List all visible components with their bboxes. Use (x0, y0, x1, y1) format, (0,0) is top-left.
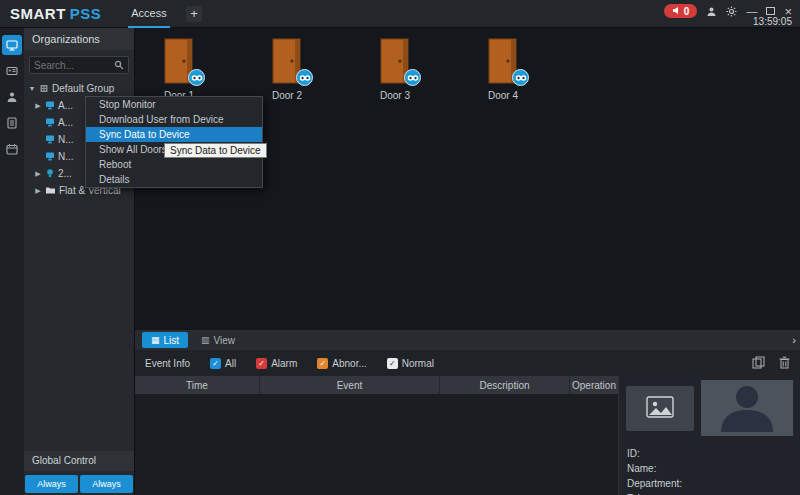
filter-all-label: All (225, 358, 236, 369)
checkbox-alarm[interactable]: ✓ (256, 358, 267, 369)
snapshot-placeholder (626, 386, 694, 431)
list-tab-label: List (164, 335, 180, 346)
event-table: Time Event Description Operation (135, 376, 618, 495)
menu-item-details[interactable]: Details (86, 172, 262, 187)
device-icon (45, 117, 55, 129)
door-tile[interactable]: Door 4 (468, 38, 538, 101)
tree-item-label: 2... (58, 168, 72, 179)
door-icon (269, 38, 305, 84)
menu-item-stop-monitor[interactable]: Stop Monitor (86, 97, 262, 112)
picture-icon (646, 396, 674, 422)
device-icon (45, 100, 55, 112)
person-icon[interactable] (2, 87, 22, 107)
new-tab-button[interactable]: + (186, 6, 202, 22)
global-control-buttons: Always Open Always Close (25, 475, 133, 493)
alarm-count: 0 (684, 6, 690, 17)
list-tab[interactable]: ▦ List (142, 332, 188, 348)
column-header-time: Time (135, 376, 260, 394)
door-tile[interactable]: Door 1 (144, 38, 214, 101)
event-table-body (135, 394, 618, 495)
search-box (29, 56, 129, 74)
tree-item-label: A... (58, 117, 73, 128)
menu-item-reboot[interactable]: Reboot (86, 157, 262, 172)
gear-icon[interactable] (726, 5, 737, 18)
tree-item-label: A... (58, 100, 73, 111)
door-status-badge-icon (296, 69, 313, 86)
folder-icon (45, 185, 56, 197)
door-label: Door 3 (360, 90, 430, 101)
brand-pss: PSS (70, 5, 102, 22)
user-icon[interactable] (706, 5, 717, 18)
alarm-badge[interactable]: 0 (664, 4, 698, 18)
tab-access[interactable]: Access (118, 0, 180, 28)
list-view-bar: ▦ List ▥ View › (135, 330, 800, 350)
door-tile[interactable]: Door 2 (252, 38, 322, 101)
person-fields: ID: Name: Department: Tel: (627, 446, 682, 495)
field-tel: Tel: (627, 491, 682, 495)
filter-alarm[interactable]: ✓ Alarm (256, 358, 297, 369)
expand-arrow-icon[interactable]: ▶ (34, 187, 42, 195)
tree-item-label: N... (58, 134, 74, 145)
filter-all[interactable]: ✓ All (210, 358, 236, 369)
speaker-icon (672, 6, 681, 17)
view-tab[interactable]: ▥ View (192, 332, 244, 348)
filter-alarm-label: Alarm (271, 358, 297, 369)
checkbox-abnormal[interactable]: ✓ (317, 358, 328, 369)
smartpss-window: SMARTPSS Access + 0 — × 13:59:05 (0, 0, 800, 495)
document-icon[interactable] (2, 113, 22, 133)
group-building-icon (39, 83, 49, 95)
always-close-button[interactable]: Always Close (80, 475, 133, 493)
event-info-label: Event Info (145, 358, 190, 369)
search-input[interactable] (34, 60, 112, 71)
search-icon[interactable] (114, 56, 124, 74)
id-card-icon[interactable] (2, 61, 22, 81)
checkbox-normal[interactable]: ✓ (387, 358, 398, 369)
person-silhouette-icon (717, 380, 777, 436)
filter-normal[interactable]: ✓ Normal (387, 358, 434, 369)
expand-arrow-icon[interactable]: ▶ (34, 170, 42, 178)
detail-panel: ID: Name: Department: Tel: (618, 376, 800, 495)
column-header-event: Event (260, 376, 440, 394)
view-tab-label: View (214, 335, 236, 346)
filter-abnormal[interactable]: ✓ Abnor... (317, 358, 366, 369)
column-header-description: Description (440, 376, 570, 394)
event-bar-actions (752, 356, 790, 371)
field-id: ID: (627, 446, 682, 461)
collapse-arrow-icon[interactable]: ▼ (28, 85, 36, 92)
trash-icon[interactable] (779, 356, 790, 371)
calendar-icon[interactable] (2, 139, 22, 159)
tree-item-label: N... (58, 151, 74, 162)
app-logo: SMARTPSS (10, 0, 101, 28)
global-control-header: Global Control (24, 451, 134, 471)
menu-item-sync-data[interactable]: Sync Data to Device (86, 127, 262, 142)
menu-item-download-user[interactable]: Download User from Device (86, 112, 262, 127)
module-icon-strip (0, 28, 24, 495)
filter-abnormal-label: Abnor... (332, 358, 366, 369)
device-icon (45, 151, 55, 163)
door-status-badge-icon (188, 69, 205, 86)
field-name: Name: (627, 461, 682, 476)
export-icon[interactable] (752, 356, 765, 371)
device-context-menu: Stop Monitor Download User from Device S… (85, 96, 263, 188)
always-open-button[interactable]: Always Open (25, 475, 78, 493)
checkbox-all[interactable]: ✓ (210, 358, 221, 369)
maximize-icon (766, 7, 775, 15)
filter-normal-label: Normal (402, 358, 434, 369)
console-monitor-icon[interactable] (2, 35, 22, 55)
active-tab-indicator (128, 26, 170, 28)
chevron-right-icon[interactable]: › (792, 334, 796, 346)
column-header-operation: Operation (570, 376, 618, 394)
field-department: Department: (627, 476, 682, 491)
door-icon (377, 38, 413, 84)
brand-smart: SMART (10, 5, 66, 22)
clock: 13:59:05 (753, 16, 792, 27)
person-photo-placeholder (701, 380, 793, 436)
door-tile[interactable]: Door 3 (360, 38, 430, 101)
view-grid-icon: ▥ (201, 335, 210, 345)
door-icon (161, 38, 197, 84)
door-status-badge-icon (404, 69, 421, 86)
door-icon (485, 38, 521, 84)
expand-arrow-icon[interactable]: ▶ (34, 102, 42, 110)
menu-tooltip: Sync Data to Device (164, 143, 267, 158)
tree-item-default-group[interactable]: ▼ Default Group (24, 80, 134, 97)
